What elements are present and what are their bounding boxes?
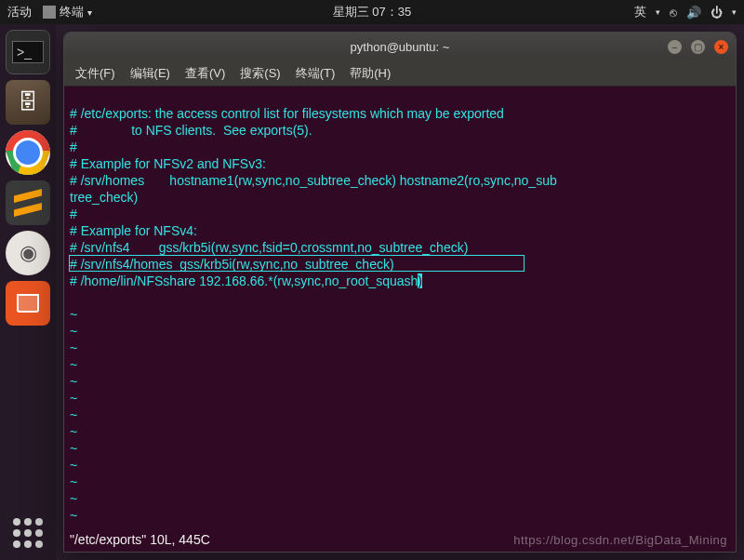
dock-item-terminal[interactable]: >_ [6,30,50,74]
vim-empty-line: ~ [70,424,77,439]
vim-status-line: "/etc/exports" 10L, 445C [70,531,210,548]
editor-line: # /etc/exports: the access control list … [70,106,504,121]
show-applications-button[interactable] [10,515,46,551]
menu-search[interactable]: 搜索(S) [234,63,286,84]
vim-empty-line: ~ [70,307,77,322]
dock-item-rhythmbox[interactable]: ◉ [6,231,50,275]
status-area[interactable]: 英 ▾ ⎋ 🔊 ⏻ ▾ [634,4,737,20]
window-title: python@ubuntu: ~ [351,40,450,54]
terminal-window: python@ubuntu: ~ – ▢ × 文件(F) 编辑(E) 查看(V)… [63,32,737,553]
close-button[interactable]: × [714,40,728,54]
editor-line: # /srv/nfs4/homes gss/krb5i(rw,sync,no_s… [70,257,394,272]
vim-empty-line: ~ [70,340,77,355]
dock-item-software[interactable] [6,281,50,326]
vim-empty-line: ~ [70,391,77,406]
vim-empty-line: ~ [70,407,77,422]
vim-empty-line: ~ [70,474,77,489]
vim-empty-line: ~ [70,508,77,523]
editor-line: # /srv/nfs4 gss/krb5i(rw,sync,fsid=0,cro… [70,240,468,255]
vim-empty-line: ~ [70,374,77,389]
terminal-content[interactable]: # /etc/exports: the access control list … [64,87,736,552]
menu-file[interactable]: 文件(F) [70,63,121,84]
dock-item-files[interactable]: 🗄 [6,80,50,125]
power-icon[interactable]: ⏻ [711,6,723,20]
vim-empty-line: ~ [70,458,77,473]
input-method-indicator[interactable]: 英 [634,4,646,20]
editor-line: # /srv/homes hostname1(rw,sync,no_subtre… [70,173,557,188]
chevron-down-icon: ▾ [656,7,660,17]
editor-line: # [70,207,77,221]
vim-empty-line: ~ [70,324,77,339]
editor-line: # Example for NFSv2 and NFSv3: [70,156,266,171]
menu-edit[interactable]: 编辑(E) [125,63,176,84]
cursor: ) [418,273,422,288]
menu-view[interactable]: 查看(V) [179,63,231,84]
chevron-down-icon: ▾ [87,7,92,18]
vim-empty-line: ~ [70,441,77,456]
clock[interactable]: 星期三 07：35 [333,4,412,20]
editor-line: tree_check) [70,190,138,205]
maximize-button[interactable]: ▢ [691,40,705,54]
menu-terminal[interactable]: 终端(T) [290,63,341,84]
minimize-button[interactable]: – [668,40,682,54]
activities-button[interactable]: 活动 [7,4,32,20]
editor-line: # Example for NFSv4: [70,223,197,238]
gnome-top-panel: 活动 终端 ▾ 星期三 07：35 英 ▾ ⎋ 🔊 ⏻ ▾ [0,0,744,24]
terminal-icon [43,6,56,19]
app-menu-label: 终端 [60,4,84,20]
editor-line: # /home/lin/NFSshare 192.168.66.*(rw,syn… [70,273,422,288]
network-icon[interactable]: ⎋ [670,6,677,20]
menu-help[interactable]: 帮助(H) [344,63,396,84]
window-titlebar[interactable]: python@ubuntu: ~ – ▢ × [64,33,736,60]
vim-empty-line: ~ [70,491,77,506]
volume-icon[interactable]: 🔊 [686,6,701,20]
vim-empty-line: ~ [70,357,77,372]
editor-line: # to NFS clients. See exports(5). [70,123,312,138]
dock: >_ 🗄 ◉ [0,24,56,560]
editor-line: # [70,140,77,154]
chevron-down-icon: ▾ [732,7,737,17]
menubar: 文件(F) 编辑(E) 查看(V) 搜索(S) 终端(T) 帮助(H) [64,60,736,87]
app-menu[interactable]: 终端 ▾ [43,4,92,20]
window-controls: – ▢ × [668,40,728,54]
dock-item-chrome[interactable] [6,130,50,175]
dock-item-sublime[interactable] [6,180,50,225]
